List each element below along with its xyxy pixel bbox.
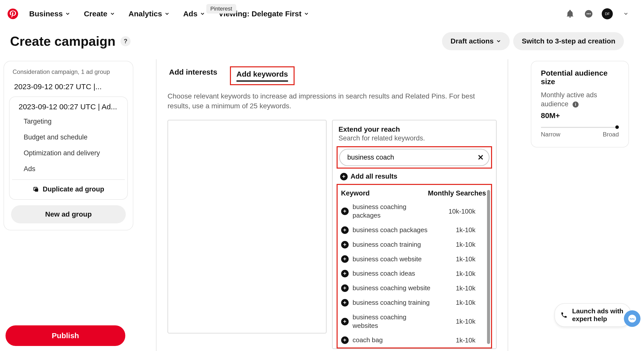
svg-point-4 xyxy=(590,13,591,15)
svg-point-2 xyxy=(587,13,588,15)
brand xyxy=(8,9,18,19)
avatar[interactable]: DF xyxy=(602,8,613,19)
audience-scale-dot xyxy=(615,125,619,129)
launch-help-chip[interactable]: Launch ads with expert help xyxy=(554,303,631,327)
keyword-search-highlight: ✕ xyxy=(337,146,492,169)
keyword-result-row[interactable]: +business coaching packages10k-100k xyxy=(338,200,491,223)
switch-mode-label: Switch to 3-step ad creation xyxy=(522,37,615,45)
tab-underline xyxy=(236,80,288,82)
publish-button[interactable]: Publish xyxy=(6,325,125,346)
plus-icon: + xyxy=(340,173,348,180)
monthly-searches: 1k-10k xyxy=(456,336,486,344)
adgroup-name[interactable]: 2023-09-12 00:27 UTC | Ad... xyxy=(12,103,125,114)
account-menu[interactable] xyxy=(620,8,631,19)
main-layout: Consideration campaign, 1 ad group 2023-… xyxy=(0,59,644,351)
nav-right: DF xyxy=(565,8,636,19)
keyword-result-row[interactable]: +business coach training1k-10k xyxy=(338,237,491,252)
monthly-searches: 1k-10k xyxy=(456,318,486,325)
add-keyword-icon[interactable]: + xyxy=(341,318,349,325)
chat-icon xyxy=(584,9,593,18)
sidebar-item-optimization[interactable]: Optimization and delivery xyxy=(12,145,125,161)
chevron-down-icon xyxy=(200,11,205,16)
page-title: Create campaign xyxy=(10,34,115,49)
add-keyword-icon[interactable]: + xyxy=(341,255,349,263)
add-keyword-icon[interactable]: + xyxy=(341,241,349,248)
keyword-result-row[interactable]: +business coach packages1k-10k xyxy=(338,223,491,237)
campaign-selected[interactable]: 2023-09-12 00:27 UTC |... xyxy=(9,79,128,92)
keyword-result-row[interactable]: +business coaching website1k-10k xyxy=(338,281,491,295)
nav-create[interactable]: Create xyxy=(81,8,117,20)
add-keyword-icon[interactable]: + xyxy=(341,299,349,307)
keyword-text: business coach website xyxy=(353,255,433,264)
audience-scale-labels: Narrow Broad xyxy=(541,131,619,138)
chevron-down-icon xyxy=(110,11,115,16)
keyword-result-row[interactable]: +business coach ideas1k-10k xyxy=(338,266,491,281)
audience-title: Potential audience size xyxy=(541,69,619,86)
nav-business[interactable]: Business xyxy=(27,8,73,20)
audience-value: 80M+ xyxy=(541,111,619,120)
nav-ads-label: Ads xyxy=(183,10,197,18)
keyword-text: business coaching websites xyxy=(353,313,433,330)
help-button[interactable]: ? xyxy=(120,36,131,46)
tab-add-interests[interactable]: Add interests xyxy=(168,66,219,85)
results-scrollbar[interactable] xyxy=(487,190,490,344)
keyword-result-row[interactable]: +business coach website1k-10k xyxy=(338,252,491,267)
keyword-search-field[interactable]: ✕ xyxy=(339,149,490,166)
keyword-text: business coach ideas xyxy=(353,269,433,278)
duplicate-adgroup-button[interactable]: Duplicate ad group xyxy=(12,179,125,195)
audience-scale-broad: Broad xyxy=(603,131,619,138)
add-keyword-icon[interactable]: + xyxy=(341,336,349,344)
new-adgroup-button[interactable]: New ad group xyxy=(11,205,126,223)
chat-bubble-button[interactable] xyxy=(624,310,640,327)
messages-button[interactable] xyxy=(583,8,594,19)
adgroup-box: 2023-09-12 00:27 UTC | Ad... Targeting B… xyxy=(9,96,128,200)
add-all-results-label: Add all results xyxy=(351,173,397,180)
keyword-text: business coaching training xyxy=(353,298,433,307)
selected-keywords-panel[interactable] xyxy=(168,120,327,333)
notifications-button[interactable] xyxy=(565,8,576,19)
add-keyword-icon[interactable]: + xyxy=(341,270,349,277)
add-all-results-button[interactable]: + Add all results xyxy=(333,169,496,183)
extend-reach-panel: Extend your reach Search for related key… xyxy=(332,120,497,349)
extend-sub: Search for related keywords. xyxy=(333,133,496,145)
audience-box: Potential audience size Monthly active a… xyxy=(531,61,629,147)
chevron-down-icon xyxy=(304,11,309,16)
keyword-result-row[interactable]: +business coaching websites1k-10k xyxy=(338,310,491,333)
tab-add-keywords-label: Add keywords xyxy=(236,70,288,78)
nav-analytics[interactable]: Analytics xyxy=(126,8,172,20)
add-keyword-icon[interactable]: + xyxy=(341,226,349,234)
sidebar-item-targeting[interactable]: Targeting xyxy=(12,114,125,129)
nav-analytics-label: Analytics xyxy=(129,10,162,18)
wave-icon xyxy=(628,314,636,323)
monthly-searches: 10k-100k xyxy=(449,208,486,215)
svg-point-3 xyxy=(588,13,589,15)
draft-actions-label: Draft actions xyxy=(451,37,494,45)
chevron-down-icon xyxy=(65,11,70,16)
info-icon[interactable]: i xyxy=(572,101,579,108)
draft-actions-button[interactable]: Draft actions xyxy=(442,32,510,50)
monthly-searches: 1k-10k xyxy=(456,226,486,234)
chevron-down-icon xyxy=(623,11,628,16)
keyword-search-input[interactable] xyxy=(345,154,477,161)
add-keyword-icon[interactable]: + xyxy=(341,284,349,292)
svg-text:i: i xyxy=(575,102,576,107)
keyword-text: business coach packages xyxy=(353,226,433,234)
sidebar-item-ads[interactable]: Ads xyxy=(12,161,125,177)
center-panel: Add interests Add keywords Choose releva… xyxy=(156,59,508,351)
clear-search-button[interactable]: ✕ xyxy=(477,153,484,162)
chevron-down-icon xyxy=(165,11,170,16)
tab-add-keywords[interactable]: Add keywords xyxy=(230,66,295,85)
keyword-result-row[interactable]: +coach bag1k-10k xyxy=(338,333,491,347)
results-list: +business coaching packages10k-100k+busi… xyxy=(338,200,491,347)
top-nav: Business Create Analytics Ads Viewing: D… xyxy=(0,0,644,25)
add-keyword-icon[interactable]: + xyxy=(341,208,349,215)
sidebar-item-budget[interactable]: Budget and schedule xyxy=(12,129,125,145)
phone-icon xyxy=(560,312,568,319)
bell-icon xyxy=(566,9,575,18)
results-header: Keyword Monthly Searches xyxy=(338,186,491,200)
nav-business-label: Business xyxy=(29,10,63,18)
nav-ads[interactable]: Ads xyxy=(181,8,208,20)
keyword-result-row[interactable]: +business coaching training1k-10k xyxy=(338,295,491,310)
pinterest-tooltip: Pinterest xyxy=(206,4,236,14)
switch-mode-button[interactable]: Switch to 3-step ad creation xyxy=(513,32,624,50)
